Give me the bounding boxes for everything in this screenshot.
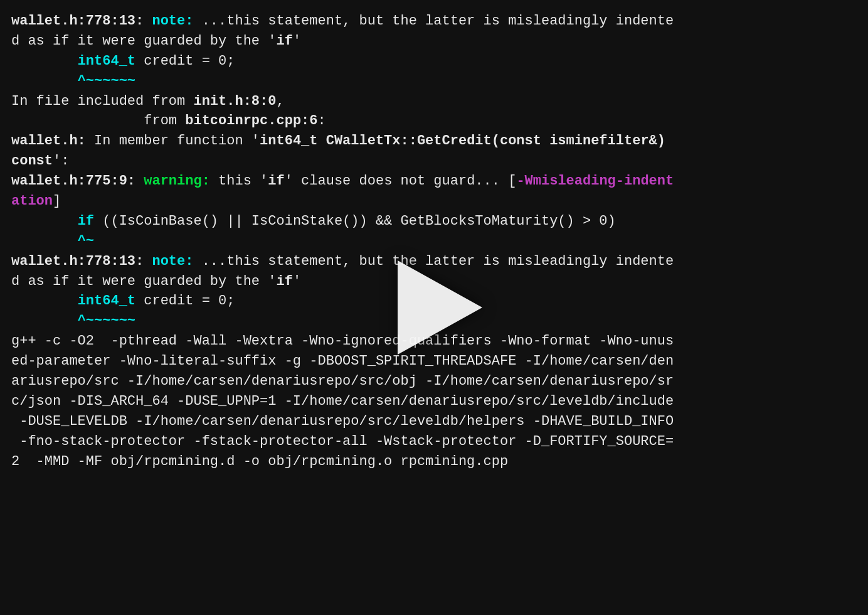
terminal-text: ...this statement, but the latter is mis… <box>193 13 674 29</box>
terminal-line: In file included from init.h:8:0, <box>11 92 857 112</box>
terminal-text: ] <box>53 193 61 209</box>
terminal-text: ^~ <box>78 233 94 249</box>
terminal-text: -fno-stack-protector -fstack-protector-a… <box>11 434 674 449</box>
terminal-text: note: <box>152 254 193 269</box>
terminal-text: ((IsCoinBase() || IsCoinStake()) && GetB… <box>94 213 616 229</box>
terminal-text: note: <box>152 13 193 29</box>
terminal-text: const <box>11 153 53 169</box>
terminal-text <box>144 13 152 29</box>
terminal-text: ' <box>293 33 301 49</box>
terminal-text: d as if it were guarded by the ' <box>11 33 276 49</box>
terminal-text: if <box>268 173 284 189</box>
terminal-text: : <box>317 113 326 129</box>
terminal-text: from <box>11 113 185 129</box>
terminal-text: wallet.h:778:13: <box>11 13 144 29</box>
terminal-line: -DUSE_LEVELDB -I/home/carsen/denariusrep… <box>11 412 857 432</box>
terminal-line: wallet.h:778:13: note: ...this statement… <box>11 11 857 31</box>
terminal-text: credit = 0; <box>135 293 235 309</box>
play-triangle-icon <box>398 260 482 355</box>
terminal-text: credit = 0; <box>135 53 235 69</box>
terminal-text <box>11 293 78 309</box>
terminal-text <box>11 53 78 69</box>
terminal-text: 2 -MMD -MF obj/rpcmining.d -o obj/rpcmin… <box>11 454 508 469</box>
terminal-text: ^~~~~~~ <box>78 73 135 89</box>
terminal-text: In member function ' <box>86 133 260 149</box>
terminal-text: d as if it were guarded by the ' <box>11 274 276 289</box>
terminal-line: const': <box>11 151 857 171</box>
terminal-text: wallet.h:775:9: <box>11 173 135 189</box>
play-button[interactable] <box>384 257 484 358</box>
terminal-text: if <box>78 213 94 229</box>
terminal-line: ^~~~~~~ <box>11 72 857 92</box>
terminal-line: ation] <box>11 191 857 211</box>
terminal-text: init.h:8:0 <box>193 94 276 109</box>
terminal-line: c/json -DIS_ARCH_64 -DUSE_UPNP=1 -I/home… <box>11 392 857 412</box>
terminal-text: -Wmisleading-indent <box>516 173 674 189</box>
terminal-text: In file included from <box>11 94 193 109</box>
terminal-line: ^~ <box>11 232 857 252</box>
terminal-text: int64_t <box>78 53 135 69</box>
terminal-text <box>11 73 78 89</box>
terminal-text <box>11 313 78 329</box>
terminal-text <box>11 233 78 249</box>
terminal-line: wallet.h:775:9: warning: this 'if' claus… <box>11 171 857 191</box>
terminal-text: warning: <box>144 173 210 189</box>
terminal-text: int64_t <box>78 293 135 309</box>
terminal-line: wallet.h: In member function 'int64_t CW… <box>11 131 857 151</box>
terminal-text: , <box>276 94 284 109</box>
terminal-output: wallet.h:778:13: note: ...this statement… <box>11 11 857 471</box>
terminal-text: -DUSE_LEVELDB -I/home/carsen/denariusrep… <box>11 414 674 429</box>
terminal-text: wallet.h: <box>11 133 86 149</box>
terminal-text: if <box>276 274 292 289</box>
terminal-text: ' <box>293 274 301 289</box>
terminal-text: g++ -c -O2 -pthread -Wall -Wextra -Wno-i… <box>11 333 674 349</box>
terminal-line: if ((IsCoinBase() || IsCoinStake()) && G… <box>11 211 857 232</box>
terminal-line: ariusrepo/src -I/home/carsen/denariusrep… <box>11 372 857 392</box>
terminal-text: ation <box>11 193 53 209</box>
terminal-text: c/json -DIS_ARCH_64 -DUSE_UPNP=1 -I/home… <box>11 393 674 409</box>
terminal-window: wallet.h:778:13: note: ...this statement… <box>0 0 868 615</box>
terminal-text: wallet.h:778:13: <box>11 254 144 269</box>
terminal-line: -fno-stack-protector -fstack-protector-a… <box>11 432 857 452</box>
terminal-text: ariusrepo/src -I/home/carsen/denariusrep… <box>11 373 674 389</box>
terminal-line: int64_t credit = 0; <box>11 51 857 72</box>
terminal-text: ' clause does not guard... [ <box>285 173 517 189</box>
terminal-text: ': <box>53 153 69 169</box>
terminal-text <box>144 254 152 269</box>
terminal-text: ^~~~~~~ <box>78 313 135 329</box>
terminal-text: int64_t CWalletTx::GetCredit(const ismin… <box>260 133 665 149</box>
terminal-text: bitcoinrpc.cpp:6 <box>185 113 317 129</box>
terminal-text: if <box>276 33 292 49</box>
terminal-text: ed-parameter -Wno-literal-suffix -g -DBO… <box>11 353 674 369</box>
terminal-line: from bitcoinrpc.cpp:6: <box>11 111 857 131</box>
terminal-text: this ' <box>210 173 268 189</box>
terminal-line: 2 -MMD -MF obj/rpcmining.d -o obj/rpcmin… <box>11 452 857 472</box>
terminal-text <box>135 173 144 189</box>
terminal-text <box>11 213 78 229</box>
terminal-line: d as if it were guarded by the 'if' <box>11 31 857 51</box>
